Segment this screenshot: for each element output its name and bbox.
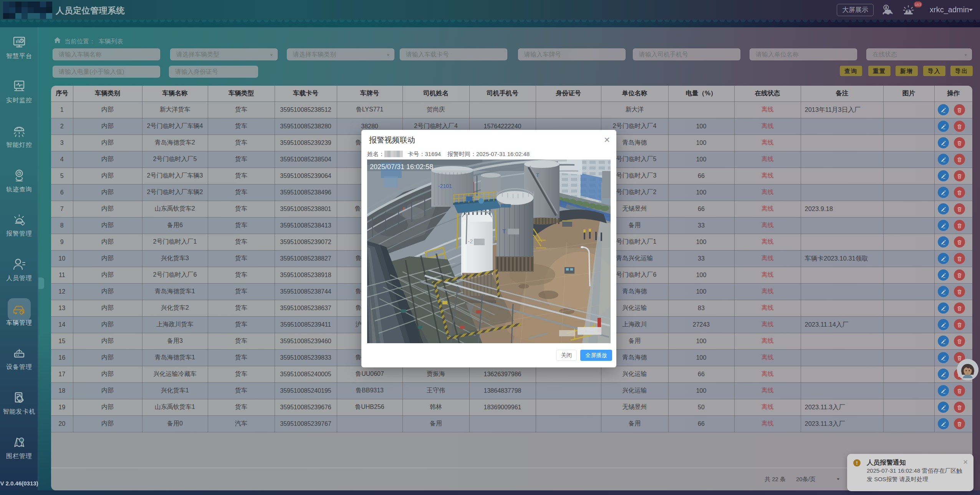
svg-text:2025/07/31 16:02:58: 2025/07/31 16:02:58 — [370, 163, 433, 171]
